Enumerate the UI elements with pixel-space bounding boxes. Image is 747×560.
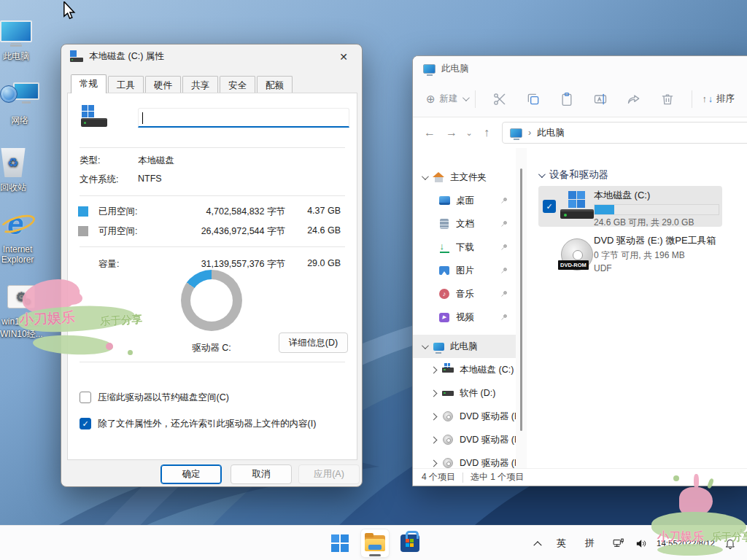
sidebar-item-drive-d[interactable]: 软件 (D:): [413, 381, 516, 405]
tab-sharing[interactable]: 共享: [182, 76, 218, 93]
this-pc-icon: [0, 20, 32, 42]
chevron-right-icon[interactable]: [430, 366, 438, 373]
sidebar-item-home[interactable]: 主文件夹: [413, 166, 516, 189]
sidebar-item-dvd-2[interactable]: DVD 驱动器 (F:): [413, 451, 516, 468]
sidebar-item-dvd-e[interactable]: DVD 驱动器 (E:): [413, 405, 516, 428]
used-space-swatch: [78, 206, 88, 217]
tab-quota[interactable]: 配额: [257, 76, 293, 93]
taskbar-microsoft-store[interactable]: [396, 529, 424, 557]
sidebar-item-local-disk-c[interactable]: 本地磁盘 (C:): [413, 358, 516, 381]
check-icon: ✓: [82, 419, 88, 429]
sort-button[interactable]: ↑ ↓ 排序: [703, 93, 735, 105]
sidebar-item-documents[interactable]: 文档: [413, 212, 516, 236]
capacity-size: 29.0 GB: [295, 258, 341, 268]
sidebar-item-desktop[interactable]: 桌面: [413, 189, 516, 212]
drive-icon: [70, 50, 83, 62]
file-explorer-window: 此电脑 ⊕ 新建: [412, 55, 747, 486]
sidebar-scrollbar[interactable]: [516, 148, 527, 468]
up-button[interactable]: ↑: [476, 122, 498, 144]
type-value: 本地磁盘: [138, 155, 174, 167]
details-button[interactable]: 详细信息(D): [279, 332, 348, 353]
compress-checkbox-row[interactable]: 压缩此驱动器以节约磁盘空间(C): [80, 391, 229, 404]
desktop-icon-internet-explorer[interactable]: e Internet Explorer: [0, 209, 35, 265]
paste-button[interactable]: [556, 88, 578, 110]
toolbar-separator: [692, 90, 692, 108]
forward-button[interactable]: →: [441, 122, 462, 144]
history-dropdown[interactable]: ⌄: [462, 122, 476, 144]
desktop-icon-this-pc[interactable]: 此电脑: [0, 15, 32, 63]
rename-button[interactable]: [589, 88, 611, 110]
mouse-cursor: [63, 1, 79, 23]
disk-usage-donut-chart: [181, 270, 242, 331]
tab-general[interactable]: 常规: [71, 74, 107, 93]
cut-button[interactable]: [489, 88, 511, 110]
tab-page-general: 类型: 本地磁盘 文件系统: NTFS 已用空间: 4,702,584,832 …: [67, 93, 357, 460]
this-pc-icon: [510, 128, 522, 138]
index-checkbox-row[interactable]: ✓ 除了文件属性外，还允许索引此驱动器上文件的内容(I): [80, 417, 316, 430]
share-button[interactable]: [623, 88, 645, 110]
videos-icon: ▶: [438, 311, 450, 323]
delete-button[interactable]: [657, 88, 678, 110]
address-bar[interactable]: › 此电脑: [502, 122, 747, 144]
sidebar-item-videos[interactable]: ▶ 视频: [413, 306, 516, 329]
chevron-right-icon[interactable]: [430, 459, 438, 467]
chevron-down-icon[interactable]: [538, 171, 546, 178]
show-hidden-icons-button[interactable]: [530, 530, 546, 556]
ok-button[interactable]: 确定: [160, 464, 222, 484]
tab-tools[interactable]: 工具: [108, 76, 144, 93]
desktop-icon-label: Internet: [0, 244, 35, 254]
chevron-right-icon[interactable]: [430, 389, 438, 397]
sidebar-item-this-pc[interactable]: 此电脑: [413, 335, 516, 358]
sidebar-item-pictures[interactable]: 图片: [413, 259, 516, 282]
breadcrumb-root[interactable]: 此电脑: [537, 127, 565, 139]
sidebar-item-music[interactable]: ♪ 音乐: [413, 282, 516, 306]
taskbar: 英 拼 14:55 2022/8/12 z: [0, 525, 747, 560]
desktop-icon-network[interactable]: 网络: [0, 79, 39, 127]
apply-button[interactable]: 应用(A): [298, 464, 360, 484]
scrollbar-thumb[interactable]: [520, 168, 522, 431]
desktop-icon-label: 此电脑: [0, 50, 32, 63]
clock[interactable]: 14:55 2022/8/12: [652, 530, 719, 556]
chevron-right-icon[interactable]: [430, 436, 438, 443]
start-button[interactable]: [326, 529, 354, 557]
store-icon: [400, 534, 419, 552]
item-checkbox[interactable]: ✓: [543, 200, 556, 213]
drive-icon: [442, 387, 454, 399]
notification-center-button[interactable]: z: [719, 530, 741, 556]
sidebar-item-dvd-f[interactable]: DVD 驱动器 (F:): [413, 428, 516, 451]
back-button[interactable]: ←: [419, 122, 441, 144]
ethernet-icon: [612, 537, 624, 550]
desktop-icon-win11-restore[interactable]: ⚙⚙ win11恢复 WIN10经...: [0, 280, 43, 341]
type-label: 类型:: [80, 155, 100, 167]
chevron-right-icon[interactable]: [430, 413, 438, 420]
desktop-icon-recycle-bin[interactable]: ♻ 回收站: [0, 146, 26, 194]
tab-security[interactable]: 安全: [220, 76, 255, 93]
clock-time: 14:55: [657, 538, 678, 548]
section-header-devices[interactable]: 设备和驱动器: [538, 168, 608, 182]
dialog-close-button[interactable]: ✕: [333, 48, 355, 66]
sidebar-item-downloads[interactable]: ↓ 下载: [413, 236, 516, 259]
separator: [80, 246, 345, 247]
ime-mode-pinyin[interactable]: 拼: [580, 530, 600, 556]
cancel-button[interactable]: 取消: [231, 464, 292, 484]
new-button[interactable]: ⊕ 新建: [426, 93, 468, 106]
volume-tray-button[interactable]: [630, 530, 652, 556]
home-icon: [433, 171, 444, 183]
drive-item-local-disk-c[interactable]: ✓ 本地磁盘 (C:) 24.6 GB 可用, 共 29.0 GB: [538, 186, 722, 227]
volume-label-input[interactable]: [138, 108, 349, 128]
chevron-down-icon[interactable]: [422, 342, 429, 349]
network-tray-button[interactable]: [607, 530, 630, 556]
index-checkbox[interactable]: ✓: [80, 418, 91, 429]
check-icon: ✓: [546, 202, 552, 211]
close-icon: ✕: [339, 51, 348, 63]
copy-button[interactable]: [522, 88, 544, 110]
dialog-titlebar[interactable]: 本地磁盘 (C:) 属性: [61, 44, 362, 68]
explorer-titlebar[interactable]: 此电脑: [413, 56, 747, 81]
ime-language-en[interactable]: 英: [551, 530, 571, 556]
drive-item-dvd-e[interactable]: DVD-ROM DVD 驱动器 (E:) 微PE工具箱 0 字节 可用, 共 1…: [538, 233, 722, 276]
compress-checkbox[interactable]: [80, 392, 91, 403]
chevron-down-icon[interactable]: [422, 173, 429, 180]
rename-icon: [593, 92, 608, 106]
tab-hardware[interactable]: 硬件: [145, 76, 181, 93]
taskbar-file-explorer[interactable]: [361, 529, 389, 557]
